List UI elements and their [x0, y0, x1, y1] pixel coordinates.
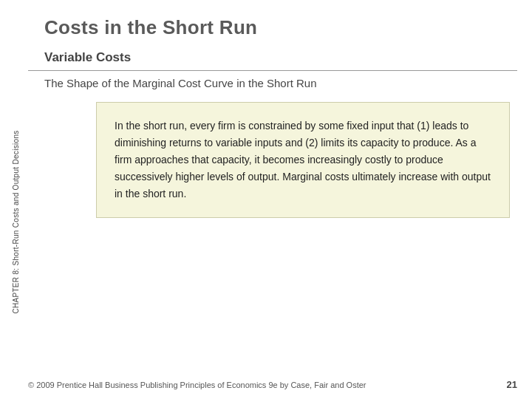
chapter-label-text: CHAPTER 8: Short-Run Costs and Output De…: [12, 130, 20, 313]
page-container: Costs in the Short Run Variable Costs Th…: [0, 0, 532, 399]
horizontal-divider: [28, 70, 517, 71]
footer: © 2009 Prentice Hall Business Publishing…: [28, 379, 517, 390]
main-title: Costs in the Short Run: [44, 16, 257, 39]
vertical-chapter-label: CHAPTER 8: Short-Run Costs and Output De…: [7, 111, 24, 332]
section-heading: The Shape of the Marginal Cost Curve in …: [44, 77, 317, 89]
content-box: In the short run, every firm is constrai…: [96, 102, 510, 218]
footer-copyright: © 2009 Prentice Hall Business Publishing…: [28, 381, 366, 389]
page-number: 21: [507, 379, 517, 390]
main-paragraph: In the short run, every firm is constrai…: [115, 117, 491, 202]
subtitle: Variable Costs: [44, 50, 131, 65]
